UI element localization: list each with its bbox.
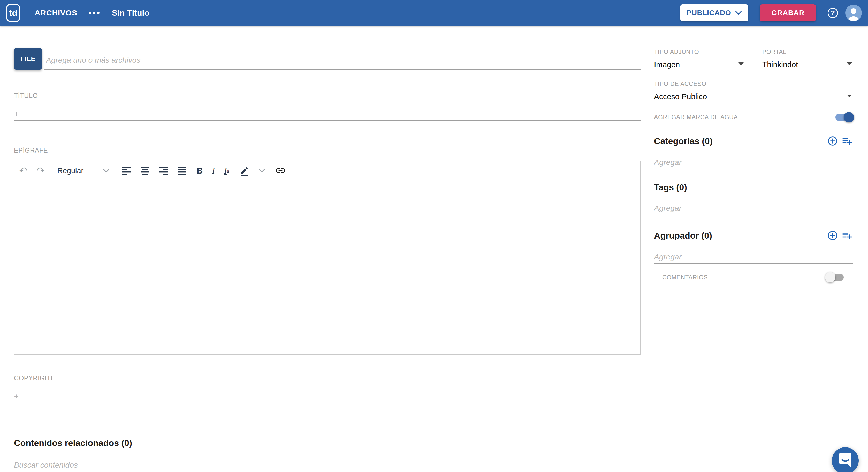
titulo-section: TÍTULO [14,92,641,121]
tipo-acceso-select[interactable]: TIPO DE ACCESO Acceso Publico [654,78,853,106]
align-right-icon[interactable] [154,161,173,180]
dropdown-arrow-icon [739,63,744,65]
titulo-input[interactable] [14,102,641,120]
epigrafe-editor[interactable] [14,180,641,355]
tags-field [654,198,853,215]
portal-label: PORTAL [762,48,786,55]
paragraph-style-dropdown[interactable]: Regular [50,167,117,175]
align-justify-icon[interactable] [173,161,191,180]
chevron-down-icon [103,169,109,173]
epigrafe-label: EPÍGRAFE [14,147,641,154]
watermark-row: AGREGAR MARCA DE AGUA [654,113,853,121]
topbar: td ARCHIVOS Sin Titulo PUBLICADO GRABAR … [0,0,868,26]
grabar-button[interactable]: GRABAR [760,4,816,22]
user-avatar[interactable] [845,5,862,21]
adjunto-portal-row: TIPO ADJUNTO Imagen PORTAL Thinkindot [654,46,853,74]
link-icon[interactable] [270,161,291,180]
copyright-field [14,385,641,403]
categorias-section: Categorías (0) [654,135,853,169]
copyright-input[interactable] [14,385,641,403]
file-upload-button[interactable]: FILE [14,48,42,70]
file-input[interactable] [44,48,641,69]
watermark-toggle[interactable] [835,113,853,121]
tipo-adjunto-label: TIPO ADJUNTO [654,48,699,55]
titulo-label: TÍTULO [14,92,641,99]
tags-section: Tags (0) [654,182,853,215]
italic-icon[interactable]: I [207,161,219,180]
redo-icon[interactable]: ↷ [32,161,50,180]
thinkindot-logo-icon[interactable]: td [6,4,20,22]
align-left-icon[interactable] [117,161,136,180]
chat-bubble-icon [837,452,853,469]
tags-heading: Tags (0) [654,182,687,192]
related-contents-section: Contenidos relacionados (0) [14,438,641,472]
status-label: PUBLICADO [686,9,731,17]
help-icon[interactable]: ? [828,8,838,18]
chevron-down-icon [735,11,742,15]
comentarios-toggle[interactable] [826,274,844,281]
related-search-field [14,452,641,472]
paragraph-style-value: Regular [57,167,84,175]
related-contents-heading: Contenidos relacionados (0) [14,438,641,448]
categorias-heading: Categorías (0) [654,136,713,146]
portal-value: Thinkindot [762,60,853,69]
epigrafe-section: EPÍGRAFE ↶ ↷ Regular [14,147,641,355]
tags-input[interactable] [654,198,853,214]
related-search-input[interactable] [14,452,641,472]
archivo-editor-page: td ARCHIVOS Sin Titulo PUBLICADO GRABAR … [0,0,868,472]
playlist-add-icon[interactable] [842,135,853,147]
settings-sidebar: TIPO ADJUNTO Imagen PORTAL Thinkindot TI… [654,26,853,472]
agrupador-input[interactable] [654,246,853,263]
status-dropdown-button[interactable]: PUBLICADO [680,4,748,22]
tipo-acceso-label: TIPO DE ACCESO [654,80,707,87]
tipo-adjunto-value: Imagen [654,60,745,69]
person-icon [845,5,862,21]
main-content: FILE TÍTULO EPÍGRAFE ↶ ↷ Regular [0,26,868,472]
comentarios-label: COMENTARIOS [662,274,708,281]
copyright-section: COPYRIGHT [14,374,641,403]
agrupador-heading: Agrupador (0) [654,231,712,241]
chat-launcher-button[interactable] [832,447,859,472]
agrupador-field [654,246,853,264]
page-title: Sin Titulo [112,8,149,18]
topbar-divider [26,0,26,26]
playlist-add-icon[interactable] [842,230,853,241]
richtext-toolbar: ↶ ↷ Regular [14,161,641,180]
agrupador-section: Agrupador (0) [654,230,853,264]
watermark-label: AGREGAR MARCA DE AGUA [654,114,738,121]
highlight-dropdown-icon[interactable] [254,161,270,180]
file-input-field [44,48,641,70]
categorias-input[interactable] [654,152,853,169]
clear-format-icon[interactable]: Ix [219,161,234,180]
add-circle-icon[interactable] [827,230,838,241]
editor-column: FILE TÍTULO EPÍGRAFE ↶ ↷ Regular [14,26,641,472]
highlight-pen-icon[interactable] [235,161,254,180]
copyright-label: COPYRIGHT [14,374,641,382]
topbar-actions: PUBLICADO GRABAR ? [680,4,862,22]
titulo-field [14,102,641,121]
add-circle-icon[interactable] [827,136,838,146]
bold-icon[interactable]: B [192,161,207,180]
undo-icon[interactable]: ↶ [14,161,32,180]
align-center-icon[interactable] [136,161,154,180]
dropdown-arrow-icon [847,63,852,65]
portal-select[interactable]: PORTAL Thinkindot [762,46,853,74]
tipo-adjunto-select[interactable]: TIPO ADJUNTO Imagen [654,46,745,74]
nav-archivos[interactable]: ARCHIVOS [35,8,77,17]
comentarios-row: COMENTARIOS [654,274,853,281]
dropdown-arrow-icon [847,95,852,97]
more-menu-icon[interactable] [89,12,99,14]
tipo-acceso-value: Acceso Publico [654,92,853,101]
categorias-field [654,152,853,169]
